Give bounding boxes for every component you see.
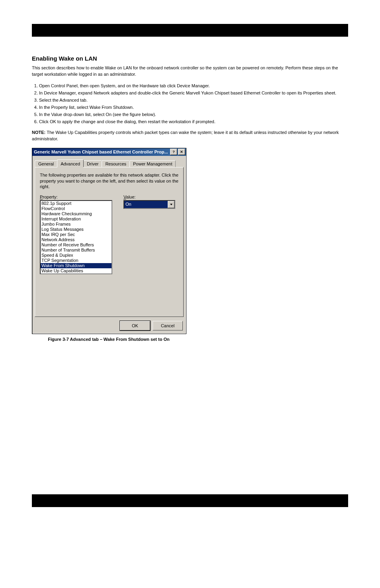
list-item[interactable]: Network Address (41, 237, 112, 242)
tab-strip: General Advanced Driver Resources Power … (32, 156, 186, 167)
property-listbox[interactable]: 802.1p Support FlowControl Hardware Chec… (40, 200, 112, 274)
step-1: Open Control Panel, then open System, an… (39, 83, 348, 88)
list-item[interactable]: FlowControl (41, 206, 112, 211)
intro-paragraph: This section describes how to enable Wak… (32, 65, 348, 78)
properties-dialog: Generic Marvell Yukon Chipset based Ethe… (32, 148, 186, 334)
dialog-title: Generic Marvell Yukon Chipset based Ethe… (34, 149, 168, 154)
value-combobox[interactable]: On (123, 200, 175, 209)
tab-driver[interactable]: Driver (83, 160, 102, 167)
panel-description: The following properties are available f… (40, 172, 178, 190)
tab-resources[interactable]: Resources (102, 160, 130, 167)
figure-caption: Figure 3-7 Advanced tab – Wake From Shut… (32, 336, 186, 343)
question-icon: ? (172, 150, 175, 154)
note-label: NOTE: (32, 130, 47, 135)
step-6: Click OK to apply the change and close t… (39, 119, 348, 124)
list-item[interactable]: Speed & Duplex (41, 253, 112, 258)
close-button[interactable]: ✕ (178, 149, 185, 155)
note-paragraph: NOTE: The Wake Up Capabilities property … (32, 130, 348, 142)
tab-power-management[interactable]: Power Management (129, 160, 176, 167)
close-icon: ✕ (180, 150, 183, 154)
list-item[interactable]: Number of Receive Buffers (41, 242, 112, 248)
note-text: The Wake Up Capabilities property contro… (32, 130, 339, 141)
dialog-button-row: OK Cancel (32, 319, 186, 334)
chevron-down-icon (170, 204, 172, 205)
list-item[interactable]: Hardware Checksumming (41, 211, 112, 216)
cancel-button[interactable]: Cancel (153, 321, 183, 330)
page-top-bar (32, 24, 348, 37)
dialog-titlebar[interactable]: Generic Marvell Yukon Chipset based Ethe… (32, 148, 186, 156)
list-item[interactable]: Log Status Messages (41, 227, 112, 232)
list-item-selected[interactable]: Wake From Shutdown (41, 263, 112, 268)
step-3: Select the Advanced tab. (39, 98, 348, 102)
document-body: Enabling Wake on LAN This section descri… (32, 48, 348, 348)
section-heading: Enabling Wake on LAN (32, 55, 348, 62)
step-5: In the Value drop-down list, select On (… (39, 112, 348, 117)
ok-button[interactable]: OK (120, 321, 150, 330)
value-selected: On (124, 201, 168, 208)
list-item[interactable]: Number of Transmit Buffers (41, 248, 112, 253)
steps-list: Open Control Panel, then open System, an… (39, 83, 348, 124)
page-bottom-bar (32, 494, 348, 507)
property-label: Property: (40, 195, 112, 199)
dropdown-button[interactable] (168, 201, 174, 208)
tab-panel-advanced: The following properties are available f… (35, 167, 184, 317)
step-4: In the Property list, select Wake From S… (39, 105, 348, 110)
list-item[interactable]: 802.1p Support (41, 201, 112, 206)
list-item[interactable]: Wake Up Capabilities (41, 268, 112, 273)
step-2: In Device Manager, expand Network adapte… (39, 90, 348, 95)
list-item[interactable]: TCP Segmentation (41, 258, 112, 263)
tab-general[interactable]: General (35, 160, 57, 167)
list-item[interactable]: Max IRQ per Sec (41, 232, 112, 237)
titlebar-buttons: ? ✕ (169, 149, 185, 155)
value-label: Value: (123, 195, 175, 199)
list-item[interactable]: Jumbo Frames (41, 222, 112, 227)
tab-advanced[interactable]: Advanced (57, 159, 84, 167)
help-button[interactable]: ? (170, 149, 177, 155)
list-item[interactable]: Interrupt Moderation (41, 216, 112, 222)
